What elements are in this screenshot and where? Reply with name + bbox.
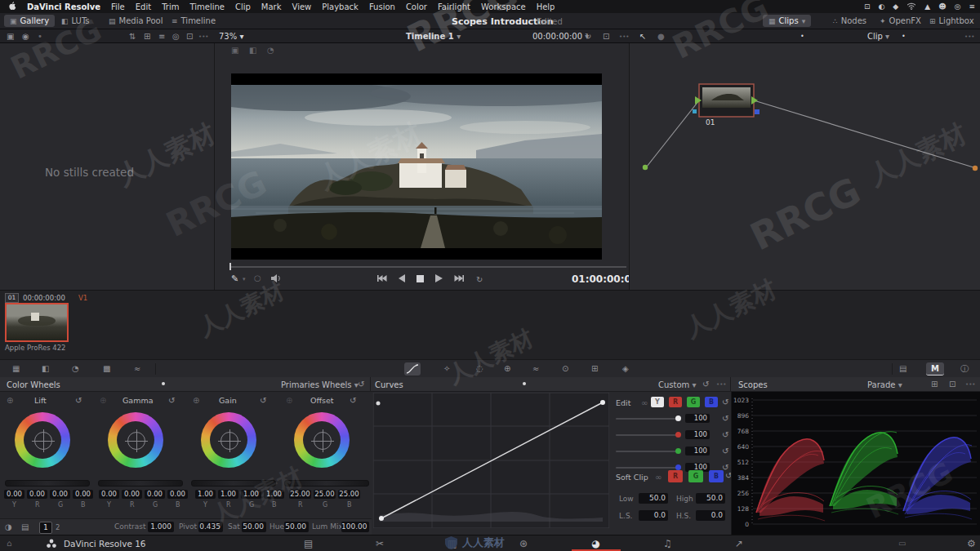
- wifi-icon[interactable]: [906, 2, 916, 11]
- clips-button[interactable]: ▦Clips ▾: [763, 15, 811, 27]
- control-center-icon[interactable]: ≡: [969, 2, 975, 11]
- rgb-mixer-icon[interactable]: ▩: [103, 365, 110, 373]
- lift-picker-icon[interactable]: ⊕: [7, 397, 13, 405]
- nodes-button[interactable]: ∴Nodes: [827, 15, 872, 27]
- gain-wheel-crosshair[interactable]: [220, 432, 238, 450]
- lift-y-value[interactable]: 0.00: [4, 490, 24, 499]
- soft-clip-g-button[interactable]: G: [688, 470, 703, 482]
- node-mode-select[interactable]: Clip ▾: [867, 33, 889, 41]
- menu-fusion[interactable]: Fusion: [369, 2, 395, 11]
- gamma-y-value[interactable]: 0.00: [99, 490, 119, 499]
- tracker-icon[interactable]: ⊕: [504, 365, 510, 373]
- gamma-master-wheel[interactable]: [98, 480, 183, 487]
- lum-mix-value[interactable]: 100.00: [341, 522, 369, 532]
- viewer-more-icon[interactable]: •••: [619, 34, 629, 40]
- offset-b-value[interactable]: 25.00: [338, 490, 360, 499]
- soft-clip-link-icon[interactable]: ∞: [655, 473, 662, 482]
- low-value[interactable]: 50.0: [639, 493, 668, 504]
- pointer-tool-icon[interactable]: ↖: [639, 33, 646, 41]
- motion-effects-icon[interactable]: ≈: [134, 365, 140, 373]
- keyframes-icon[interactable]: ▤: [899, 365, 906, 373]
- menu-workspace[interactable]: Workspace: [481, 2, 526, 11]
- viewer-scrub-bar[interactable]: [229, 266, 626, 268]
- skip-end-button[interactable]: [454, 274, 465, 285]
- blur-icon[interactable]: ≈: [532, 365, 539, 373]
- camera-raw-icon[interactable]: ▦: [12, 365, 20, 373]
- edit-reset-icon[interactable]: ↺: [722, 398, 728, 407]
- timeline-select[interactable]: Timeline 1 ▾: [406, 33, 461, 41]
- luma-slider-dot[interactable]: [675, 415, 681, 421]
- wheels-mode-select[interactable]: Primaries Wheels ▾: [281, 380, 359, 389]
- curves-option-dot[interactable]: [523, 382, 526, 385]
- color-match-icon[interactable]: ◧: [42, 365, 49, 373]
- grid-view-icon[interactable]: ⊞: [144, 33, 150, 41]
- qualifier-icon[interactable]: ✧: [443, 365, 450, 373]
- node-panel-dot[interactable]: •: [800, 33, 804, 40]
- sat-value[interactable]: 50.00: [242, 522, 266, 532]
- project-home-icon[interactable]: ⌂: [7, 540, 11, 548]
- chevron-down-icon[interactable]: ▾: [243, 277, 246, 282]
- alert-icon[interactable]: ▲: [924, 2, 930, 11]
- soft-clip-r-button[interactable]: R: [668, 470, 683, 482]
- green-slider-dot[interactable]: [675, 448, 681, 454]
- skip-start-button[interactable]: [376, 274, 387, 285]
- split-screen-icon[interactable]: ◧: [249, 47, 256, 55]
- power-window-icon[interactable]: ◌: [476, 365, 483, 373]
- high-value[interactable]: 50.0: [696, 493, 725, 504]
- menu-app-name[interactable]: DaVinci Resolve: [27, 2, 100, 11]
- gamma-picker-icon[interactable]: ⊕: [100, 397, 106, 405]
- menu-trim[interactable]: Trim: [162, 2, 179, 11]
- offset-r-value[interactable]: 25.00: [289, 490, 311, 499]
- lift-r-value[interactable]: 0.00: [27, 490, 47, 499]
- offset-wheel-crosshair[interactable]: [314, 432, 332, 450]
- wheels-option-dot[interactable]: [162, 382, 165, 385]
- key-icon[interactable]: ⊙: [562, 365, 568, 373]
- node-option-dot[interactable]: •: [902, 33, 906, 40]
- green-slider[interactable]: [616, 451, 679, 452]
- stills-user-icon[interactable]: ◉: [22, 33, 29, 41]
- node-more-icon[interactable]: •••: [964, 34, 974, 40]
- openfx-button[interactable]: ✦OpenFX: [874, 15, 927, 27]
- curve-channel-r-button[interactable]: R: [669, 397, 682, 407]
- expand-gallery-icon[interactable]: ⊡: [186, 33, 193, 41]
- grab-tool-icon[interactable]: ●: [657, 33, 665, 41]
- gang-link-icon[interactable]: ∞: [641, 399, 648, 407]
- media-page-icon[interactable]: ▤: [304, 539, 313, 549]
- scopes-palette-icon[interactable]: M: [926, 362, 944, 375]
- menu-color[interactable]: Color: [406, 2, 427, 11]
- gamma-wheel-crosshair[interactable]: [127, 432, 145, 450]
- menu-file[interactable]: File: [111, 2, 125, 11]
- wheels-page-2[interactable]: 2: [56, 523, 60, 531]
- clip-thumbnail[interactable]: [5, 303, 69, 342]
- playhead-marker[interactable]: [229, 263, 231, 270]
- gamma-g-value[interactable]: 0.00: [145, 490, 165, 499]
- adjust-icon[interactable]: ◐: [879, 2, 885, 11]
- source-port-dot[interactable]: [643, 165, 648, 170]
- gallery-option-dot[interactable]: •: [38, 33, 42, 41]
- gain-b-value[interactable]: 1.00: [264, 490, 284, 499]
- wheel-mode-icon[interactable]: ◑: [5, 523, 12, 531]
- gamma-reset-icon[interactable]: ↺: [168, 397, 175, 405]
- stereo-3d-icon[interactable]: ◈: [622, 365, 629, 373]
- menu-mark[interactable]: Mark: [261, 2, 282, 11]
- luma-slider-value[interactable]: 100: [685, 414, 710, 423]
- deliver-page-icon[interactable]: ↗: [735, 539, 743, 549]
- menu-clip[interactable]: Clip: [235, 2, 251, 11]
- color-wheels-icon[interactable]: ◔: [72, 365, 79, 373]
- menu-playback[interactable]: Playback: [322, 2, 359, 11]
- apple-menu-icon[interactable]: [8, 1, 16, 12]
- fusion-page-icon[interactable]: ⊛: [519, 539, 528, 549]
- spotlight-search-icon[interactable]: ◎: [955, 2, 961, 11]
- curve-editor[interactable]: [373, 393, 609, 528]
- unmix-icon[interactable]: ○: [254, 274, 261, 282]
- gallery-button[interactable]: ▣Gallery: [4, 15, 55, 27]
- wheels-reset-icon[interactable]: ↺: [358, 380, 364, 389]
- grab-still-icon[interactable]: ✎: [231, 274, 238, 283]
- menu-timeline[interactable]: Timeline: [189, 2, 225, 11]
- color-page-icon[interactable]: ◕: [591, 539, 599, 549]
- curve-channel-b-button[interactable]: B: [705, 397, 718, 407]
- dropbox-icon[interactable]: ◆: [893, 2, 898, 11]
- hs-value[interactable]: 0.0: [696, 510, 725, 521]
- luts-button[interactable]: ◧LUTs: [56, 15, 96, 27]
- ls-value[interactable]: 0.0: [639, 510, 668, 521]
